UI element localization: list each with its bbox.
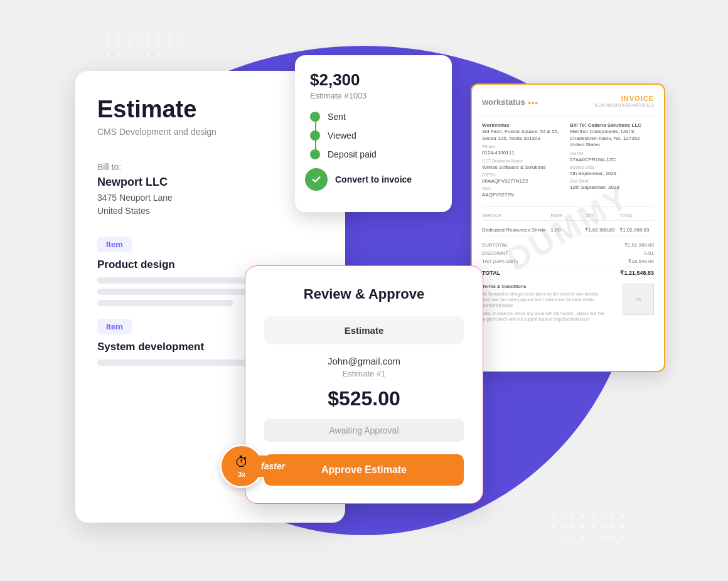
status-steps: Sent Viewed Deposit paid Convert to invo… (310, 112, 437, 191)
dots-decoration-bottom-right (551, 515, 628, 541)
invoice-number: 5-26-4619/15-93/4619/113 (594, 102, 654, 108)
placeholder-line (97, 300, 233, 306)
bill-to-header: Bill To: Cadena Solutions LLC (570, 122, 654, 129)
due-date-label: Due Date: (570, 179, 654, 183)
total-row: TOTAL ₹1,21,548.83 (482, 267, 654, 277)
gst-business-value: Wnrise Software & Solutions (482, 164, 566, 171)
discount-value: 0.01 (644, 250, 654, 256)
invoice-title-section: INVOICE 5-26-4619/15-93/4619/113 (594, 95, 654, 108)
subtotal-row: SUBTOTAL ₹1,02,968.83 (482, 241, 654, 249)
step-deposit-label: Deposit paid (328, 149, 377, 159)
bill-to-label: Bill to: (97, 162, 323, 172)
bill-to-info: Bill To: Cadena Solutions LLC Menthor Co… (570, 122, 654, 199)
status-estimate-num: Estimate #1003 (310, 91, 437, 100)
gst-business-label: GST Business Name: (482, 159, 566, 163)
company-info: Workstatus 3rd Floor, Fusion Square, 54 … (482, 122, 566, 199)
col-qty: QTY (585, 213, 619, 218)
discount-row: DISCOUNT 0.01 (482, 249, 654, 257)
status-step-convert: Convert to invoice (323, 168, 437, 191)
stopwatch-icon: ⏱ (235, 454, 249, 471)
item-1-label: Item (97, 237, 132, 252)
estimate-title: Estimate (97, 96, 323, 123)
row-rate: 1.00 (551, 227, 586, 233)
company-name: Workstatus (482, 122, 566, 129)
invoice-card: workstatus ●●● INVOICE 5-26-4619/15-93/4… (471, 83, 665, 372)
tax-label: TAX (18% GST) (482, 259, 518, 264)
step-check-convert (305, 168, 328, 191)
col-service: SERVICE (482, 213, 551, 218)
phone-label: Phone: (482, 144, 566, 149)
step-viewed-label: Viewed (328, 131, 356, 141)
invoice-totals: SUBTOTAL ₹1,02,968.83 DISCOUNT 0.01 TAX … (482, 241, 654, 277)
gstin-label: GSTIN: (482, 173, 566, 177)
row-service: Dedicated Resources Shrink (482, 227, 551, 233)
company-address: 3rd Floor, Fusion Square, 54 & 55, Secto… (482, 129, 566, 142)
terms-title: Terms & Conditions (482, 284, 608, 289)
bill-to-gstin-value: 07AA0CFR164L1ZC (570, 157, 654, 163)
step-dot-viewed (310, 131, 320, 141)
faster-badge: ⏱ 3x faster (220, 444, 294, 488)
review-amount: $525.00 (264, 387, 464, 410)
status-step-viewed: Viewed (323, 131, 437, 141)
invoice-divider (482, 115, 654, 116)
invoice-date-label: Invoice Date: (570, 165, 654, 169)
row-total: ₹1,02,968.83 (619, 227, 654, 233)
col-total: TOTAL (619, 213, 654, 218)
invoice-info-grid: Workstatus 3rd Floor, Fusion Square, 54 … (482, 122, 654, 199)
total-label: TOTAL (482, 270, 500, 276)
bill-to-gstin-label: GSTIN: (570, 151, 654, 156)
step-convert-label: Convert to invoice (335, 174, 412, 184)
invoice-footer: Terms & Conditions All Transaction charg… (482, 284, 654, 322)
terms-text: All Transaction charges to be borne by t… (482, 291, 608, 308)
checkmark-icon (311, 174, 322, 185)
review-email: John@gmail.com (264, 356, 464, 366)
status-step-deposit: Deposit paid (323, 149, 437, 159)
invoice-terms-section: Terms & Conditions All Transaction charg… (482, 284, 608, 322)
step-dot-deposit (310, 149, 320, 159)
row-qty: ₹1,02,968.83 (585, 227, 619, 233)
invoice-title-badge: INVOICE (594, 95, 654, 102)
pan-value: AAQFV9277N (482, 192, 566, 198)
faster-text-wrap: faster (257, 456, 294, 477)
invoice-header: workstatus ●●● INVOICE 5-26-4619/15-93/4… (482, 95, 654, 108)
invoice-logo: workstatus ●●● (482, 96, 538, 107)
discount-label: DISCOUNT (482, 250, 508, 256)
review-title: Review & Approve (264, 286, 464, 302)
client-name: Newport LLC (97, 176, 323, 189)
step-sent-label: Sent (328, 112, 346, 122)
status-amount: $2,300 (310, 70, 437, 90)
status-step-sent: Sent (323, 112, 437, 122)
due-date-value: 12th September, 2023 (570, 184, 654, 191)
scene: Estimate CMS Development and design Bill… (50, 21, 678, 560)
tax-row: TAX (18% GST) ₹18,540.00 (482, 257, 654, 265)
total-value: ₹1,21,548.83 (620, 270, 654, 276)
bill-to-address: Menthor Components, Unit 9, Charlestown … (570, 129, 654, 148)
subtotal-label: SUBTOTAL (482, 242, 508, 248)
invoice-table-divider (482, 206, 654, 207)
subtotal-value: ₹1,02,968.83 (624, 242, 654, 248)
invoice-table-header: SERVICE RATE QTY TOTAL (482, 213, 654, 221)
item-2-label: Item (97, 319, 132, 334)
qr-code: QR (623, 284, 654, 315)
phone-value: 0124-4100111 (482, 150, 566, 156)
logo-dots: ●●● (528, 100, 538, 106)
col-rate: RATE (551, 213, 586, 218)
gstin-value: 06AAQFV9277N1Z2 (482, 178, 566, 184)
x3-label: 3x (238, 471, 245, 478)
estimate-subtitle: CMS Development and design (97, 127, 323, 137)
tax-value: ₹18,540.00 (628, 259, 654, 264)
faster-text: faster (261, 461, 285, 471)
step-dot-sent (310, 112, 320, 122)
terms-note: Note: In case you notice any issue with … (482, 311, 608, 322)
estimate-status-card: $2,300 Estimate #1003 Sent Viewed Deposi… (295, 55, 452, 212)
dots-decoration-top-left (107, 33, 183, 60)
client-address: 3475 Neuport Lane United States (97, 191, 323, 218)
approve-estimate-button[interactable]: Approve Estimate (264, 454, 464, 486)
table-row: Dedicated Resources Shrink 1.00 ₹1,02,96… (482, 225, 654, 236)
invoice-date-value: 5th September, 2023 (570, 171, 654, 177)
estimate-type-badge: Estimate (264, 316, 464, 344)
pan-label: PAN: (482, 186, 566, 191)
awaiting-badge: Awaiting Approval (264, 419, 464, 442)
review-estimate-num: Estimate #1 (264, 369, 464, 378)
